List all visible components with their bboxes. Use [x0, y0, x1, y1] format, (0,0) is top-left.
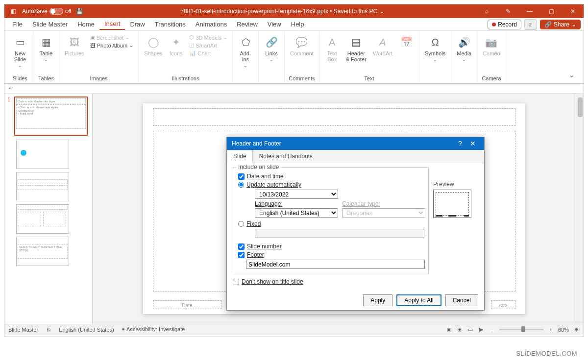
reading-view-icon[interactable]: ▭	[467, 326, 474, 333]
dialog-buttons: Apply Apply to All Cancel	[227, 291, 484, 310]
table-button[interactable]: ▦Table⌄	[36, 34, 56, 63]
footer-text-input[interactable]	[246, 260, 425, 269]
undo-icon[interactable]: ↶	[8, 85, 13, 92]
tab-notes-handouts[interactable]: Notes and Handouts	[253, 150, 319, 163]
layout-thumbnail[interactable]: CLICK TO EDIT MASTER TITLE STYLE	[16, 237, 89, 266]
ribbon-group-symbols: ΩSymbols⌄	[419, 32, 451, 82]
thumbnail-image[interactable]: Click to edit Master title style • Click…	[14, 97, 88, 136]
save-status-text: Saved to this PC	[334, 8, 377, 15]
group-label: Tables	[38, 75, 54, 82]
fixed-radio[interactable]: Fixed	[238, 220, 423, 227]
number-placeholder[interactable]: <#>	[491, 300, 515, 309]
status-accessibility[interactable]: ✴ Accessibility: Investigate	[121, 326, 185, 333]
zoom-out-button[interactable]: −	[489, 326, 495, 333]
links-button[interactable]: 🔗Links⌄	[262, 34, 281, 63]
dialog-title: Header and Footer	[232, 140, 454, 147]
photo-album-button[interactable]: 🖼Photo Album ⌄	[88, 42, 135, 49]
layout-thumbnail[interactable]	[16, 204, 89, 234]
smartart-icon: ◫	[189, 42, 194, 49]
normal-view-icon[interactable]: ⊞	[456, 326, 463, 333]
minimize-icon[interactable]: —	[523, 5, 537, 17]
powerpoint-icon: ◧	[8, 6, 18, 16]
dont-show-input[interactable]	[233, 279, 239, 285]
menu-file[interactable]: File	[7, 19, 27, 29]
update-auto-radio[interactable]: Update automatically	[238, 181, 423, 188]
footer-input[interactable]	[238, 252, 245, 258]
share-button[interactable]: 🔗 Share ⌄	[540, 20, 581, 29]
menu-insert[interactable]: Insert	[99, 19, 125, 30]
save-icon[interactable]: 💾	[75, 6, 85, 16]
preview-number-mark	[464, 215, 469, 217]
chevron-down-icon: ⌄	[223, 34, 227, 41]
title-placeholder[interactable]	[153, 108, 515, 126]
fit-to-window-button[interactable]: ⊕	[573, 326, 580, 333]
ribbon-group-tables: ▦Table⌄ Tables	[33, 32, 59, 82]
menu-help[interactable]: Help	[286, 19, 309, 29]
search-icon[interactable]: ⌕	[480, 5, 493, 17]
date-placeholder[interactable]: Date	[153, 300, 221, 309]
menu-view[interactable]: View	[263, 19, 286, 29]
date-format-select[interactable]: 10/13/2022	[255, 190, 338, 199]
slide-thumbnail-panel[interactable]: 1 Click to edit Master title style • Cli…	[4, 94, 93, 324]
language-select[interactable]: English (United States)	[255, 208, 338, 218]
layout-thumbnail[interactable]	[16, 172, 89, 201]
dialog-title-bar[interactable]: Header and Footer ? ✕	[227, 137, 484, 150]
vertical-scrollbar[interactable]	[576, 94, 584, 324]
slideshow-view-icon[interactable]: ▶	[478, 326, 485, 333]
zoom-in-button[interactable]: +	[547, 326, 554, 333]
media-button[interactable]: 🔊Media⌄	[454, 34, 474, 63]
menu-bar: File Slide Master Home Insert Draw Trans…	[4, 18, 584, 31]
slide-number-input[interactable]	[238, 243, 245, 250]
menu-draw[interactable]: Draw	[125, 19, 149, 29]
autosave-switch-icon[interactable]	[49, 8, 63, 15]
symbols-button[interactable]: ΩSymbols⌄	[422, 34, 448, 63]
chart-icon: 📊	[189, 50, 196, 56]
addins-button[interactable]: ⬠Add- ins⌄	[236, 34, 255, 69]
notes-button[interactable]: ▣	[445, 326, 452, 333]
undo-bar: ↶	[4, 84, 584, 94]
autosave-toggle[interactable]: AutoSave Off	[22, 8, 71, 15]
header-footer-button[interactable]: ▤Header & Footer	[343, 34, 369, 63]
master-thumbnail[interactable]: 1 Click to edit Master title style • Cli…	[7, 97, 89, 136]
menu-transitions[interactable]: Transitions	[150, 19, 191, 29]
group-label: Images	[90, 75, 108, 82]
title-dropdown-icon[interactable]: ⌄	[379, 8, 384, 15]
status-mode: Slide Master	[8, 327, 38, 333]
footer-checkbox[interactable]: Footer	[238, 251, 423, 258]
menu-animations[interactable]: Animations	[191, 19, 232, 29]
cancel-button[interactable]: Cancel	[445, 294, 478, 306]
fixed-input[interactable]	[238, 221, 244, 227]
apply-button[interactable]: Apply	[363, 294, 392, 306]
record-button[interactable]: Record	[488, 20, 521, 29]
apply-to-all-button[interactable]: Apply to All	[396, 294, 441, 306]
filename-text: 7881-01-self-introduction-powerpoint-tem…	[180, 8, 328, 15]
menu-slide-master[interactable]: Slide Master	[27, 19, 73, 29]
scroll-thumb[interactable]	[578, 97, 583, 117]
layout-thumbnail[interactable]	[16, 140, 89, 169]
preview-date-mark	[436, 215, 442, 217]
tab-slide[interactable]: Slide	[227, 150, 253, 163]
zoom-slider[interactable]	[499, 329, 543, 330]
status-language[interactable]: English (United States)	[59, 327, 114, 333]
menu-review[interactable]: Review	[232, 19, 263, 29]
update-auto-input[interactable]	[238, 182, 244, 188]
present-button[interactable]: ⎚	[524, 19, 537, 30]
pen-icon[interactable]: ✎	[501, 5, 515, 17]
menu-home[interactable]: Home	[73, 19, 99, 29]
include-on-slide-label: Include on slide	[236, 164, 281, 170]
ribbon-group-media: 🔊Media⌄	[451, 32, 477, 82]
date-time-checkbox[interactable]: Date and time	[238, 173, 423, 180]
close-button[interactable]: ✕	[466, 140, 479, 147]
close-icon[interactable]: ✕	[566, 5, 580, 17]
link-icon: 🔗	[264, 35, 279, 49]
date-time-input[interactable]	[238, 173, 245, 180]
new-slide-button[interactable]: ▭New Slide⌄	[10, 34, 30, 69]
maximize-icon[interactable]: ▢	[544, 5, 558, 17]
zoom-level[interactable]: 60%	[558, 327, 569, 333]
dont-show-checkbox[interactable]: Don't show on title slide	[233, 278, 478, 285]
slide-number-checkbox[interactable]: Slide number	[238, 243, 423, 250]
shapes-icon: ◯	[146, 35, 161, 49]
help-button[interactable]: ?	[454, 140, 466, 147]
spellcheck-icon[interactable]: ⎘	[45, 326, 52, 333]
ribbon-collapse-button[interactable]: ⌄	[563, 67, 581, 82]
